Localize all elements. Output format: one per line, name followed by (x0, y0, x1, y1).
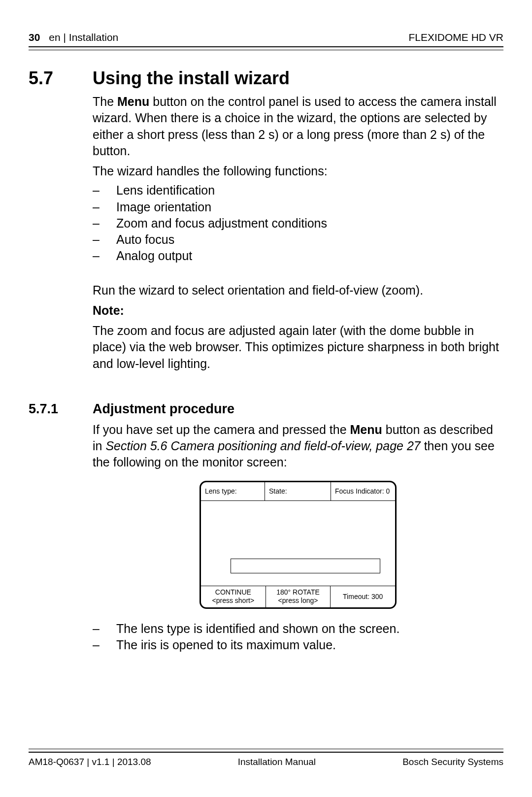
page-header: 30 en | Installation FLEXIDOME HD VR (29, 32, 503, 47)
lens-type-cell: Lens type: (201, 482, 265, 500)
list-item: –Analog output (93, 248, 503, 264)
list-item: –Image orientation (93, 199, 503, 215)
after-diagram-list: –The lens type is identified and shown o… (93, 621, 503, 654)
cross-reference: Section 5.6 Camera positioning and field… (105, 439, 420, 453)
note-body: The zoom and focus are adjusted again la… (93, 323, 503, 372)
state-cell: State: (265, 482, 331, 500)
footer-center: Installation Manual (238, 757, 316, 767)
menu-bold: Menu (117, 95, 149, 108)
monitor-screen-diagram: Lens type: State: Focus Indicator: 0 CON… (200, 481, 397, 609)
lead-line: The wizard handles the following functio… (93, 163, 503, 179)
breadcrumb: en | Installation (49, 32, 118, 43)
list-item: –Auto focus (93, 232, 503, 248)
header-rule (29, 50, 503, 50)
timeout-cell: Timeout: 300 (331, 586, 395, 607)
product-name: FLEXIDOME HD VR (408, 32, 503, 43)
mid-rect (231, 559, 380, 573)
note-label: Note: (93, 302, 503, 319)
section-title: Using the install wizard (93, 68, 290, 89)
focus-indicator-cell: Focus Indicator: 0 (331, 482, 395, 500)
intro-paragraph: The Menu button on the control panel is … (93, 94, 503, 159)
rotate-cell: 180° ROTATE <press long> (266, 586, 331, 607)
list-item: –Lens identification (93, 182, 503, 199)
list-item: –The lens type is identified and shown o… (93, 621, 503, 637)
subsection-paragraph: If you have set up the camera and presse… (93, 422, 503, 471)
section-number: 5.7 (29, 68, 93, 89)
page-footer: AM18-Q0637 | v1.1 | 2013.08 Installation… (29, 749, 503, 767)
menu-bold-2: Menu (350, 423, 382, 436)
subsection-title: Adjustment procedure (93, 401, 234, 417)
page-number: 30 (29, 32, 40, 43)
run-wizard-line: Run the wizard to select orientation and… (93, 282, 503, 299)
function-list: –Lens identification –Image orientation … (93, 182, 503, 264)
footer-left: AM18-Q0637 | v1.1 | 2013.08 (29, 757, 151, 767)
list-item: –The iris is opened to its maximum value… (93, 637, 503, 653)
subsection-number: 5.7.1 (29, 401, 93, 417)
continue-cell: CONTINUE <press short> (201, 586, 266, 607)
footer-right: Bosch Security Systems (402, 757, 503, 767)
list-item: –Zoom and focus adjustment conditions (93, 215, 503, 232)
